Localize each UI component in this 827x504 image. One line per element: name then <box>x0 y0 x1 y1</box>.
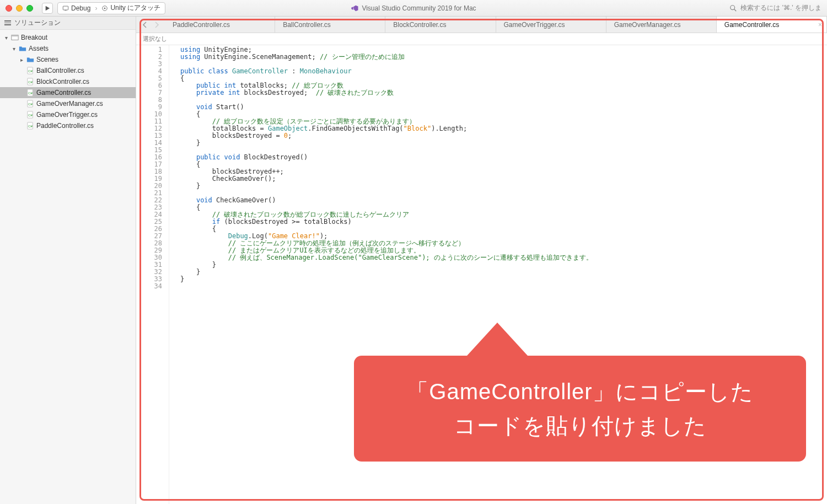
editor-tab[interactable]: PaddleController.cs <box>165 17 275 33</box>
tree-scenes-folder[interactable]: ▸ Scenes <box>0 54 136 65</box>
device-icon <box>62 5 69 12</box>
annotation-pointer-icon <box>467 323 528 356</box>
tree-file-label: GameController.cs <box>36 89 91 96</box>
visual-studio-icon <box>351 4 358 12</box>
debug-config-label: Debug <box>71 4 90 12</box>
tree-assets-label: Assets <box>29 45 49 52</box>
csharp-file-icon: C# <box>26 89 34 97</box>
editor-tab-label: BallController.cs <box>283 21 331 29</box>
annotation-line2: コードを貼り付けました <box>370 409 790 443</box>
svg-point-4 <box>731 5 735 9</box>
tree-file-label: BallController.cs <box>36 67 84 74</box>
svg-point-3 <box>104 7 106 9</box>
csharp-file-icon: C# <box>26 122 34 130</box>
window-controls <box>6 5 33 12</box>
solution-pane-header[interactable]: ソリューション <box>0 17 136 30</box>
svg-text:C#: C# <box>28 113 33 117</box>
global-search[interactable]: 検索するには '⌘.' を押しま <box>729 3 821 13</box>
editor-tab-label: BlockController.cs <box>393 21 446 29</box>
attach-target-label: Unity にアタッチ <box>110 3 160 13</box>
tree-file-label: PaddleController.cs <box>36 122 94 130</box>
editor-tab[interactable]: GameController.cs× <box>717 17 827 33</box>
svg-text:C#: C# <box>28 102 33 106</box>
editor-breadcrumb[interactable]: 選択なし <box>136 33 827 45</box>
svg-text:C#: C# <box>28 91 33 95</box>
annotation-line1: 「GameController」にコピーした <box>370 374 790 409</box>
toolbar: Debug › Unity にアタッチ Visual Studio Commun… <box>0 0 827 17</box>
window-title: Visual Studio Community 2019 for Mac <box>351 4 476 12</box>
svg-line-5 <box>734 9 737 11</box>
line-number-gutter: 1234567891011121314151617181920212223242… <box>136 45 169 504</box>
tree-file-label: GameOverTrigger.cs <box>36 111 98 119</box>
folder-icon <box>26 56 34 64</box>
twisty-down-icon[interactable]: ▾ <box>3 35 9 41</box>
instructional-annotation: 「GameController」にコピーした コードを貼り付けました <box>354 323 806 462</box>
play-icon <box>45 6 50 11</box>
minimize-window-button[interactable] <box>16 5 23 12</box>
solution-icon <box>11 34 19 42</box>
tree-root[interactable]: ▾ Breakout <box>0 32 136 43</box>
search-icon <box>729 4 737 12</box>
tree-assets-folder[interactable]: ▾ Assets <box>0 43 136 54</box>
csharp-file-icon: C# <box>26 100 34 108</box>
editor-tab-strip: PaddleController.csBallController.csBloc… <box>136 17 827 33</box>
close-tab-button[interactable]: × <box>818 21 822 29</box>
tree-file-item[interactable]: C#PaddleController.cs <box>0 120 136 131</box>
csharp-file-icon: C# <box>26 67 34 75</box>
svg-text:C#: C# <box>28 124 33 128</box>
tree-file-item[interactable]: C#BallController.cs <box>0 65 136 76</box>
editor-tab-label: GameOverTrigger.cs <box>504 21 565 29</box>
list-icon <box>4 20 11 25</box>
solution-tree: ▾ Breakout ▾ Assets ▸ Scenes <box>0 30 136 133</box>
editor-area: PaddleController.csBallController.csBloc… <box>136 17 827 504</box>
run-button[interactable] <box>42 3 53 14</box>
back-button[interactable] <box>138 19 151 31</box>
forward-button[interactable] <box>151 19 163 31</box>
tree-file-label: GameOverManager.cs <box>36 100 103 108</box>
editor-tab-label: GameOverManager.cs <box>614 21 681 29</box>
tree-file-item[interactable]: C#BlockController.cs <box>0 76 136 87</box>
editor-tab-label: PaddleController.cs <box>173 21 230 29</box>
svg-text:C#: C# <box>28 69 33 73</box>
editor-tab[interactable]: BallController.cs <box>275 17 385 33</box>
csharp-file-icon: C# <box>26 111 34 119</box>
solution-pane-title: ソリューション <box>14 18 61 28</box>
editor-tab[interactable]: BlockController.cs <box>385 17 496 33</box>
twisty-right-icon[interactable]: ▸ <box>19 57 24 63</box>
close-window-button[interactable] <box>6 5 12 12</box>
chevron-left-icon <box>142 22 147 28</box>
csharp-file-icon: C# <box>26 78 34 86</box>
target-icon <box>101 5 108 12</box>
tree-file-label: BlockController.cs <box>36 78 89 85</box>
tab-history-nav <box>136 17 165 33</box>
tree-root-label: Breakout <box>21 34 47 41</box>
tree-scenes-label: Scenes <box>36 56 58 63</box>
editor-tab[interactable]: GameOverTrigger.cs <box>496 17 606 33</box>
tree-file-item[interactable]: C#GameOverManager.cs <box>0 98 136 109</box>
search-placeholder: 検索するには '⌘.' を押しま <box>740 3 821 13</box>
annotation-text-box: 「GameController」にコピーした コードを貼り付けました <box>354 356 806 462</box>
svg-text:C#: C# <box>28 80 33 84</box>
tree-file-item[interactable]: C#GameOverTrigger.cs <box>0 109 136 120</box>
svg-rect-1 <box>65 10 66 10</box>
editor-tab[interactable]: GameOverManager.cs <box>606 17 717 33</box>
twisty-down-icon[interactable]: ▾ <box>11 46 17 52</box>
svg-rect-7 <box>12 35 18 37</box>
chevron-right-icon <box>154 22 159 28</box>
editor-tab-label: GameController.cs <box>724 21 779 29</box>
maximize-window-button[interactable] <box>26 5 33 12</box>
folder-icon <box>19 45 26 53</box>
solution-sidebar: ソリューション ▾ Breakout ▾ Assets ▸ <box>0 17 136 504</box>
tree-file-item[interactable]: C#GameController.cs <box>0 87 136 98</box>
run-configuration-selector[interactable]: Debug › Unity にアタッチ <box>57 2 165 14</box>
svg-rect-0 <box>63 6 68 10</box>
chevron-right-icon: › <box>95 4 97 12</box>
